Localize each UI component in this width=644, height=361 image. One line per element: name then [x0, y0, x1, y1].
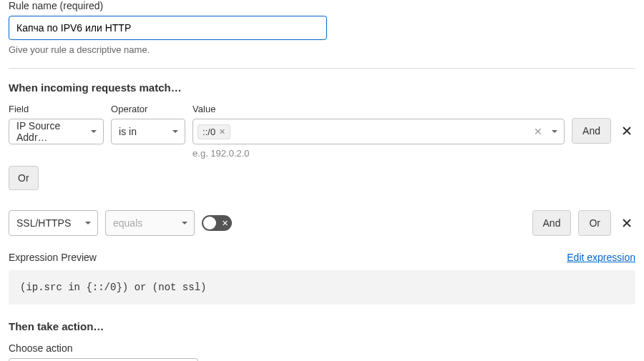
operator-select-1[interactable]: equals — [105, 210, 195, 236]
field-select-0[interactable]: IP Source Addr… — [9, 119, 104, 144]
match-heading: When incoming requests match… — [9, 81, 635, 94]
operator-select-0[interactable]: is in — [111, 119, 185, 144]
toggle-knob — [203, 217, 216, 229]
caret-down-icon — [181, 217, 188, 229]
remove-row-icon-0[interactable] — [618, 122, 635, 139]
field-select-0-value: IP Source Addr… — [16, 120, 83, 143]
caret-down-icon — [172, 126, 179, 137]
operator-select-0-value: is in — [119, 126, 137, 137]
remove-row-icon-1[interactable] — [618, 214, 635, 232]
expression-preview-code: (ip.src in {::/0}) or (not ssl) — [9, 270, 635, 305]
field-select-1-value: SSL/HTTPS — [16, 217, 71, 229]
value-input-0[interactable]: ::/0 ✕ ✕ — [192, 119, 565, 144]
operator-select-1-value: equals — [113, 217, 142, 229]
operator-col-label: Operator — [111, 104, 185, 114]
or-button-1[interactable]: Or — [578, 210, 611, 236]
edit-expression-link[interactable]: Edit expression — [567, 252, 635, 263]
action-select[interactable]: Interactive Challenge — [9, 358, 198, 361]
and-button-0[interactable]: And — [572, 118, 611, 144]
tag-remove-icon[interactable]: ✕ — [219, 127, 225, 137]
rule-name-help: Give your rule a descriptive name. — [9, 44, 635, 55]
action-heading: Then take action… — [9, 320, 635, 332]
caret-down-icon[interactable] — [551, 126, 558, 137]
clear-icon[interactable]: ✕ — [534, 126, 542, 137]
value-tag: ::/0 ✕ — [197, 124, 230, 139]
value-tag-text: ::/0 — [203, 127, 215, 137]
value-toggle-1[interactable]: ✕ — [202, 215, 232, 231]
or-button[interactable]: Or — [9, 166, 39, 190]
rule-name-label: Rule name (required) — [9, 0, 635, 11]
field-select-1[interactable]: SSL/HTTPS — [9, 210, 98, 236]
rule-name-input[interactable] — [9, 16, 327, 40]
action-label: Choose action — [9, 342, 635, 354]
and-button-1[interactable]: And — [532, 210, 572, 236]
field-col-label: Field — [9, 104, 104, 114]
caret-down-icon — [84, 217, 92, 229]
caret-down-icon — [90, 126, 97, 137]
expression-preview-label: Expression Preview — [9, 252, 97, 263]
value-example: e.g. 192.0.2.0 — [192, 148, 565, 159]
value-col-label: Value — [192, 104, 565, 114]
divider — [9, 68, 635, 69]
toggle-off-icon: ✕ — [222, 219, 228, 228]
